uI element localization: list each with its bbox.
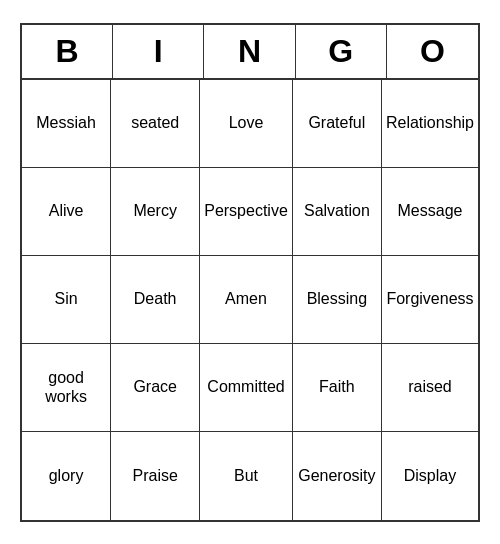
cell-text: Faith xyxy=(319,377,355,396)
cell-text: Messiah xyxy=(36,113,96,132)
cell-text: Grateful xyxy=(308,113,365,132)
cell-text: Blessing xyxy=(307,289,367,308)
cell-r3-c4: raised xyxy=(382,344,478,432)
cell-r0-c4: Relationship xyxy=(382,80,478,168)
cell-text: But xyxy=(234,466,258,485)
bingo-grid: MessiahseatedLoveGratefulRelationshipAli… xyxy=(22,80,478,520)
cell-r4-c0: glory xyxy=(22,432,111,520)
cell-r3-c1: Grace xyxy=(111,344,200,432)
header-letter: O xyxy=(387,25,478,78)
cell-text: Committed xyxy=(207,377,284,396)
cell-r0-c0: Messiah xyxy=(22,80,111,168)
cell-text: Praise xyxy=(132,466,177,485)
cell-r2-c2: Amen xyxy=(200,256,293,344)
cell-r2-c3: Blessing xyxy=(293,256,382,344)
cell-text: seated xyxy=(131,113,179,132)
header-letter: N xyxy=(204,25,295,78)
cell-text: Grace xyxy=(133,377,177,396)
cell-text: goodworks xyxy=(45,368,87,406)
cell-r0-c3: Grateful xyxy=(293,80,382,168)
cell-r1-c0: Alive xyxy=(22,168,111,256)
cell-text: Message xyxy=(398,201,463,220)
cell-text: Generosity xyxy=(298,466,375,485)
cell-text: Amen xyxy=(225,289,267,308)
cell-text: raised xyxy=(408,377,452,396)
cell-r2-c1: Death xyxy=(111,256,200,344)
cell-text: Mercy xyxy=(133,201,177,220)
bingo-card: BINGO MessiahseatedLoveGratefulRelations… xyxy=(20,23,480,522)
cell-r0-c2: Love xyxy=(200,80,293,168)
cell-text: Sin xyxy=(54,289,77,308)
cell-r3-c3: Faith xyxy=(293,344,382,432)
cell-r1-c3: Salvation xyxy=(293,168,382,256)
cell-r1-c4: Message xyxy=(382,168,478,256)
cell-r2-c0: Sin xyxy=(22,256,111,344)
cell-r0-c1: seated xyxy=(111,80,200,168)
cell-text: Salvation xyxy=(304,201,370,220)
cell-text: Alive xyxy=(49,201,84,220)
header-letter: G xyxy=(296,25,387,78)
cell-text: Display xyxy=(404,466,456,485)
cell-text: glory xyxy=(49,466,84,485)
cell-r4-c2: But xyxy=(200,432,293,520)
cell-r3-c2: Committed xyxy=(200,344,293,432)
cell-r4-c3: Generosity xyxy=(293,432,382,520)
cell-text: Forgiveness xyxy=(386,289,473,308)
cell-r4-c4: Display xyxy=(382,432,478,520)
cell-r1-c2: Perspective xyxy=(200,168,293,256)
cell-r1-c1: Mercy xyxy=(111,168,200,256)
cell-text: Love xyxy=(229,113,264,132)
bingo-header: BINGO xyxy=(22,25,478,80)
cell-r4-c1: Praise xyxy=(111,432,200,520)
header-letter: I xyxy=(113,25,204,78)
cell-text: Relationship xyxy=(386,113,474,132)
cell-r2-c4: Forgiveness xyxy=(382,256,478,344)
header-letter: B xyxy=(22,25,113,78)
cell-r3-c0: goodworks xyxy=(22,344,111,432)
cell-text: Death xyxy=(134,289,177,308)
cell-text: Perspective xyxy=(204,201,288,220)
